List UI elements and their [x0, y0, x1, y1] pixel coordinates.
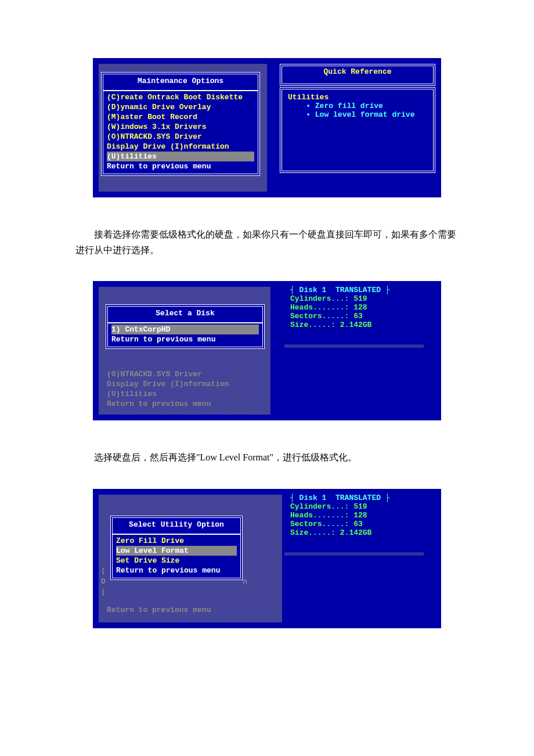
disk-info-line: Size.....: 2.142GB: [290, 528, 412, 537]
disk-info-line: Heads.......: 128: [290, 303, 412, 312]
select-disk-menu: Select a Disk 1) CntxCorpHD Return to pr…: [106, 304, 265, 349]
disk-info-title: ┤ Disk 1 TRANSLATED ├: [290, 494, 412, 502]
screenshot-1: Maintenance Options (C)reate Ontrack Boo…: [93, 58, 441, 197]
menu-item-return[interactable]: Return to previous menu: [116, 566, 237, 575]
ref-item: • Zero fill drive: [288, 102, 427, 110]
utility-item[interactable]: Zero Fill Drive: [116, 536, 237, 546]
info-box-bottom-border: [284, 553, 424, 555]
maintenance-options-menu: Maintenance Options (C)reate Ontrack Boo…: [101, 72, 260, 176]
select-utility-menu: Select Utility Option Zero Fill Drive Lo…: [110, 516, 243, 580]
menu-item[interactable]: (O)NTRACKD.SYS Driver: [107, 132, 254, 142]
menu-item[interactable]: (M)aster Boot Record: [107, 112, 254, 122]
quick-reference-box: Quick Reference: [280, 64, 435, 86]
menu-item-return[interactable]: Return to previous menu: [111, 334, 259, 344]
utility-item[interactable]: Set Drive Size: [116, 556, 237, 566]
paragraph-1: 接着选择你需要低级格式化的硬盘，如果你只有一个硬盘直接回车即可，如果有多个需要进…: [75, 226, 459, 258]
disk-item-selected[interactable]: 1) CntxCorpHD: [111, 325, 259, 334]
ref-item: • Low level format drive: [288, 110, 427, 119]
menu-item[interactable]: Display Drive (I)nformation: [107, 142, 254, 152]
edge-letter: (: [101, 567, 106, 575]
quick-reference-title: Quick Reference: [282, 66, 433, 77]
ref-heading: Utilities: [288, 93, 427, 102]
edge-letter: D: [101, 577, 106, 586]
bg-item: (O)NTRACKD.SYS Driver: [107, 369, 269, 379]
disk-info-line: Cylinders...: 519: [290, 502, 412, 511]
menu-item[interactable]: (C)reate Ontrack Boot Diskette: [107, 92, 254, 102]
disk-info-line: Sectors.....: 63: [290, 520, 412, 528]
disk-info-line: Heads.......: 128: [290, 511, 412, 520]
disk-info-box: ┤ Disk 1 TRANSLATED ├ Cylinders...: 519 …: [290, 494, 412, 537]
menu-title: Select a Disk: [108, 307, 262, 321]
document-page: Maintenance Options (C)reate Ontrack Boo…: [0, 0, 534, 692]
bg-item: Return to previous menu: [107, 605, 269, 615]
bg-item: (U)tilities: [107, 389, 269, 399]
menu-item[interactable]: (W)indows 3.1x Drivers: [107, 122, 254, 132]
utility-item-selected[interactable]: Low Level Format: [116, 546, 237, 556]
edge-letter: (: [101, 588, 106, 596]
screenshot-2: Select a Disk 1) CntxCorpHD Return to pr…: [93, 281, 441, 420]
disk-info-line: Size.....: 2.142GB: [290, 321, 412, 329]
bg-item: Return to previous menu: [107, 399, 269, 409]
info-box-bottom-border: [284, 345, 424, 347]
edge-letter-right: n: [243, 577, 247, 586]
disk-info-title: ┤ Disk 1 TRANSLATED ├: [290, 286, 412, 294]
quick-reference-body: Utilities • Zero fill drive • Low level …: [280, 87, 435, 173]
paragraph-2: 选择硬盘后，然后再选择"Low Level Format"，进行低级格式化。: [75, 449, 459, 465]
menu-item-selected[interactable]: (U)tilities: [107, 152, 254, 161]
disk-info-line: Sectors.....: 63: [290, 312, 412, 321]
screenshot-3: ( D ( Select Utility Option Zero Fill Dr…: [93, 489, 441, 628]
disk-info-line: Cylinders...: 519: [290, 294, 412, 303]
bg-item: Display Drive (I)nformation: [107, 379, 269, 389]
menu-title: Maintenance Options: [103, 74, 258, 89]
menu-item[interactable]: (D)ynamic Drive Overlay: [107, 102, 254, 112]
menu-item-return[interactable]: Return to previous menu: [107, 161, 254, 171]
disk-info-box: ┤ Disk 1 TRANSLATED ├ Cylinders...: 519 …: [290, 286, 412, 329]
menu-title: Select Utility Option: [113, 518, 240, 532]
background-menu-items: (O)NTRACKD.SYS Driver Display Drive (I)n…: [103, 369, 273, 409]
background-menu-items: Return to previous menu: [103, 605, 273, 615]
